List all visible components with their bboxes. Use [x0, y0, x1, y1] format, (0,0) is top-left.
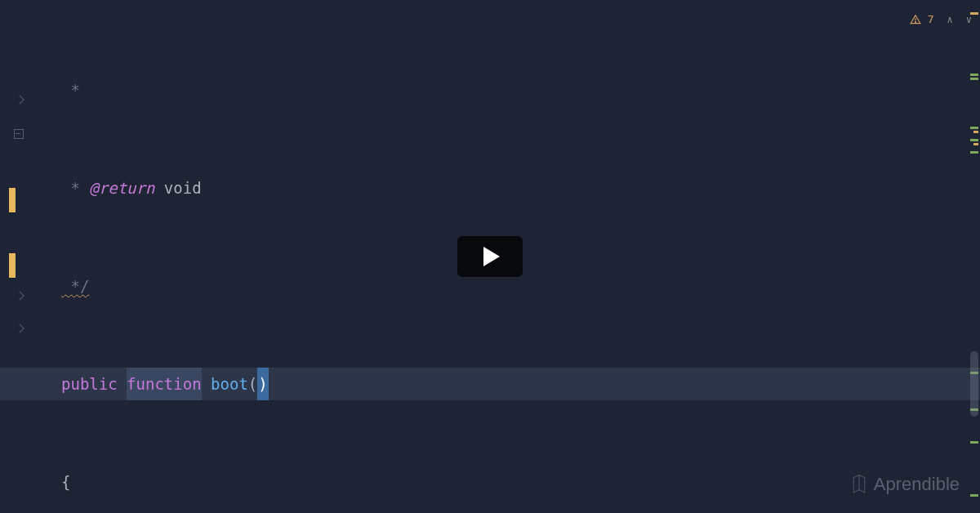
fold-minus-icon[interactable]: [14, 127, 24, 139]
fold-icon[interactable]: [15, 95, 24, 106]
watermark: Aprendible: [851, 468, 960, 501]
watermark-text: Aprendible: [874, 468, 960, 501]
scrollbar[interactable]: [970, 351, 978, 417]
warning-marker[interactable]: [973, 131, 978, 133]
comment-text: */: [61, 270, 89, 302]
logo-icon: [851, 475, 867, 494]
fold-icon[interactable]: [15, 323, 24, 335]
change-marker[interactable]: [970, 139, 978, 141]
fold-icon[interactable]: [15, 291, 24, 302]
comment-text: *: [61, 74, 80, 106]
change-marker[interactable]: [970, 441, 978, 444]
change-marker[interactable]: [970, 151, 978, 154]
cursor-position: ): [257, 368, 268, 400]
play-button[interactable]: [457, 236, 523, 277]
change-marker: [9, 253, 16, 278]
gutter: [0, 8, 24, 513]
warning-marker[interactable]: [973, 143, 978, 145]
code-editor: 7 ∧ ∨ * * @return void */ public functio…: [0, 0, 980, 513]
comment-text: * @return void: [61, 172, 202, 204]
change-marker[interactable]: [970, 74, 978, 76]
change-marker[interactable]: [970, 494, 978, 497]
warning-marker[interactable]: [970, 12, 978, 15]
change-marker[interactable]: [970, 78, 978, 80]
change-marker[interactable]: [970, 127, 978, 129]
change-marker: [9, 188, 16, 212]
overview-ruler: [970, 0, 980, 513]
current-line: public function boot(): [0, 368, 980, 400]
